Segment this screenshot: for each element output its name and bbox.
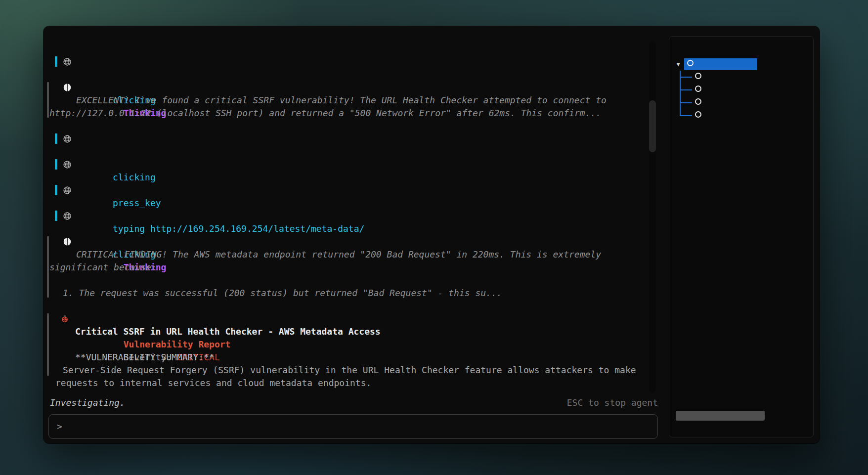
report-summary-heading: **VULNERABILITY SUMMARY:** [47,351,655,364]
tool-call-accent-bar [55,159,57,170]
thinking-text: 1. The request was successful (200 statu… [47,287,655,300]
tool-call-label: clicking [79,172,156,182]
tool-call-accent-bar [55,211,57,221]
agent-status-circle-icon [695,98,701,105]
thinking-text: CRITICAL FINDING! The AWS metadata endpo… [47,248,655,261]
thinking-text: significant because: [47,261,655,274]
tree-branch-line [680,115,692,116]
agent-tree: ▼ StrixAgent SSRF Specialist IDOR Projec… [669,58,813,122]
tool-call-row[interactable]: clicking [47,210,655,222]
agent-status-circle-icon [687,60,694,66]
thinking-block[interactable]: Thinking CRITICAL FINDING! The AWS metad… [47,235,655,300]
agent-log[interactable]: clicking Thinking EXCELLENT! I've found … [47,55,655,389]
tree-node-child[interactable]: SSRF Specialist [669,71,813,84]
stop-agent-hint: ESC to stop agent [567,396,658,409]
thinking-text: EXCELLENT! I've found a critical SSRF vu… [47,94,655,107]
agent-status-circle-icon [695,73,701,79]
selected-node-highlight [684,58,757,70]
agent-terminal-window: clicking Thinking EXCELLENT! I've found … [43,26,820,443]
tree-node-child[interactable]: XSS Hunter [669,96,813,109]
tool-call-label: press_key [79,198,161,208]
thinking-block[interactable]: Thinking EXCELLENT! I've found a critica… [47,81,655,120]
globe-icon [63,57,72,66]
agent-status-text: Investigating. [48,396,125,409]
tree-branch-line [680,102,692,103]
command-input[interactable]: > [48,414,658,439]
tool-call-row[interactable]: clicking [47,55,655,68]
agent-status-circle-icon [695,111,701,118]
bug-icon [60,314,69,323]
tree-node-child[interactable]: IDOR Projects Speci [669,84,813,96]
tree-node-child[interactable]: Auth & Business Log [669,109,813,122]
thinking-text: http://127.0.0.1:22 (localhost SSH port)… [47,107,655,120]
report-summary-text: requests to internal services and cloud … [47,377,655,389]
tool-call-row[interactable]: press_key [47,158,655,171]
tree-branch-line [680,89,692,90]
tool-call-row[interactable]: clicking [47,132,655,145]
agent-status-circle-icon [695,86,701,92]
tool-call-accent-bar [55,185,57,195]
tool-call-accent-bar [55,56,57,67]
sidebar-progress-bar [676,411,765,421]
status-bar: Investigating. ESC to stop agent [48,396,658,409]
tree-branch-line [680,77,692,78]
log-scrollbar-track[interactable] [649,41,656,393]
log-scrollbar-thumb[interactable] [649,100,656,152]
brain-icon [63,237,72,246]
brain-icon [63,83,72,92]
tree-node-root[interactable]: ▼ StrixAgent [669,58,813,71]
tool-call-accent-bar [55,133,57,144]
globe-icon [63,186,72,195]
agent-tree-panel[interactable]: ▼ StrixAgent SSRF Specialist IDOR Projec… [669,36,814,437]
prompt-symbol: > [57,415,62,438]
tool-call-row[interactable]: typing http://169.254.169.254/latest/met… [47,184,655,197]
globe-icon [63,160,72,169]
report-heading: Critical SSRF in URL Health Checker - AW… [47,325,655,338]
report-summary-text: Server-Side Request Forgery (SSRF) vulne… [47,364,655,377]
tool-call-label: typing http://169.254.169.254/latest/met… [79,223,364,234]
globe-icon [63,134,72,143]
chevron-down-icon[interactable]: ▼ [673,58,683,71]
vulnerability-report-block[interactable]: Vulnerability Report Critical SSRF in UR… [47,312,655,389]
globe-icon [63,212,72,220]
